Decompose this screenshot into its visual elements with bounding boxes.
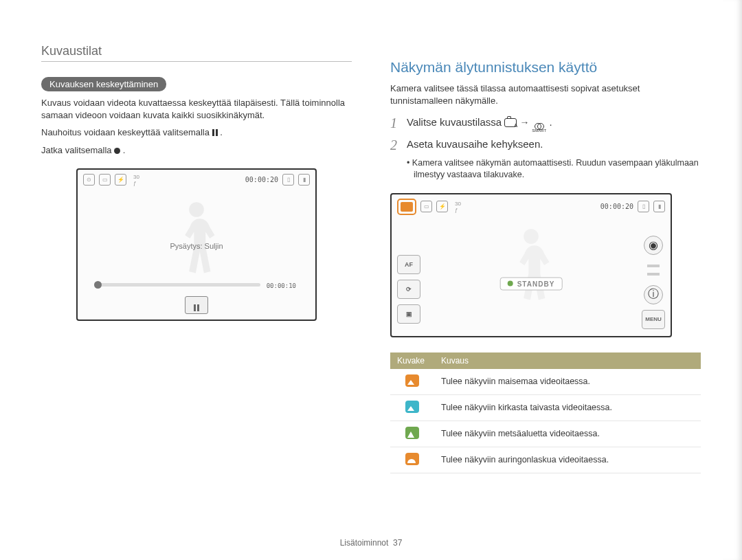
battery-icon: ▮ (653, 201, 665, 212)
screen-top-time: 00:00:20 (600, 203, 633, 210)
camera-mode-icon (504, 118, 517, 127)
elapsed-time: 00:00:10 (267, 282, 296, 289)
right-side-buttons: ◉ ⓘ MENU (642, 236, 665, 329)
left-paragraph-1: Kuvaus voidaan videota kuvattaessa keske… (41, 97, 352, 121)
scene-icon-table: Kuvake Kuvaus Tulee näkyviin maisemaa vi… (390, 352, 701, 473)
steps-list: 1 Valitse kuvaustilassa → SMART . 2 Aset… (390, 116, 701, 181)
menu-button[interactable]: MENU (642, 310, 665, 329)
mode-dial-button[interactable]: ⓘ (644, 285, 663, 304)
row-3-desc: Tulee näkyviin auringonlaskua videoitaes… (434, 447, 701, 473)
row-0-desc: Tulee näkyviin maisemaa videoitaessa. (434, 369, 701, 395)
row-1-desc: Tulee näkyviin kirkasta taivasta videoit… (434, 394, 701, 421)
table-head-desc: Kuvaus (434, 352, 701, 369)
record-dot-icon (114, 148, 120, 154)
fps-icon: 30ƒ (452, 201, 464, 212)
page-content: Kuvaustilat Kuvauksen keskeyttäminen Kuv… (0, 0, 742, 473)
fps-icon: 30ƒ (131, 174, 142, 186)
shutter-button[interactable]: ◉ (644, 236, 663, 255)
left-p3-a: Jatka valitsemalla (41, 145, 114, 155)
table-row: Tulee näkyviin auringonlaskua videoitaes… (390, 447, 701, 473)
left-column: Kuvaustilat Kuvauksen keskeyttäminen Kuv… (41, 44, 352, 473)
section-heading: Näkymän älytunnistuksen käyttö (390, 59, 701, 76)
screen-top-time: 00:00:20 (245, 176, 278, 183)
left-paragraph-3: Jatka valitsemalla . (41, 144, 352, 157)
progress-knob (94, 281, 102, 289)
gallery-button[interactable]: ▣ (397, 304, 420, 324)
step-1: 1 Valitse kuvaustilassa → SMART . (390, 116, 701, 133)
step-2: 2 Aseta kuvausaihe kehykseen. (390, 138, 701, 152)
zoom-slider[interactable] (647, 260, 660, 280)
standby-label: STANDBY (517, 280, 555, 287)
right-column: Näkymän älytunnistuksen käyttö Kamera va… (390, 44, 701, 473)
table-head-icon: Kuvake (390, 352, 434, 369)
table-row: Tulee näkyviin metsäaluetta videoitaessa… (390, 421, 701, 447)
footer-label: Lisätoiminnot (340, 538, 389, 548)
page-edge-shadow (723, 0, 742, 560)
step-2-subnote: Kamera valitsee näkymän automaattisesti.… (414, 157, 701, 181)
pause-icon (212, 127, 218, 134)
pause-shutter-label: Pysäytys: Suljin (170, 242, 223, 250)
sky-scene-icon (405, 401, 419, 413)
left-paragraph-2: Nauhoitus voidaan keskeyttää valitsemall… (41, 126, 352, 139)
footer-page-number: 37 (393, 538, 402, 548)
landscape-scene-icon (405, 374, 419, 387)
left-side-buttons: AF ⟳ ▣ (397, 255, 420, 324)
recording-screen-mock: ⊙ ▭ ⚡ 30ƒ 00:00:20 ▯ ▮ Pysäytys: Suljin … (76, 168, 317, 321)
scene-badge-icon (397, 199, 416, 215)
af-button[interactable]: AF (397, 255, 420, 274)
flash-off-icon: ⚡ (115, 174, 126, 186)
subject-silhouette (169, 197, 224, 280)
flash-off-icon: ⚡ (436, 201, 448, 212)
step-1-a: Valitse kuvaustilassa (407, 116, 504, 128)
screen-top-row: ⊙ ▭ ⚡ 30ƒ 00:00:20 ▯ ▮ (78, 170, 315, 190)
size-icon: ▭ (420, 201, 432, 212)
forest-scene-icon (405, 427, 419, 439)
subsection-pill: Kuvauksen keskeyttäminen (41, 77, 166, 91)
mode-icon: ⊙ (83, 174, 95, 186)
standby-screen-mock: ▭ ⚡ 30ƒ 00:00:20 ▯ ▮ STANDBY AF ⟳ ▣ ◉ (390, 193, 672, 337)
card-icon: ▯ (638, 201, 649, 212)
size-icon: ▭ (99, 174, 111, 186)
left-p2-a: Nauhoitus voidaan keskeyttää valitsemall… (41, 127, 212, 137)
arrow-icon: → (519, 117, 532, 128)
table-row: Tulee näkyviin maisemaa videoitaessa. (390, 369, 701, 395)
screen-top-row: ▭ ⚡ 30ƒ 00:00:20 ▯ ▮ (392, 194, 671, 219)
step-2-number: 2 (390, 138, 400, 152)
battery-icon: ▮ (298, 174, 310, 186)
timer-button[interactable]: ⟳ (397, 280, 420, 299)
left-p2-b: . (220, 127, 223, 137)
step-1-c: . (549, 116, 552, 128)
table-row: Tulee näkyviin kirkasta taivasta videoit… (390, 394, 701, 421)
pause-button[interactable] (185, 296, 208, 314)
step-1-number: 1 (390, 116, 400, 133)
standby-led-icon (508, 281, 513, 287)
progress-bar (95, 283, 260, 287)
row-2-desc: Tulee näkyviin metsäaluetta videoitaessa… (434, 421, 701, 447)
smart-mode-icon: SMART (532, 123, 546, 133)
card-icon: ▯ (282, 174, 294, 186)
pause-icon (194, 302, 199, 309)
step-2-text: Aseta kuvausaihe kehykseen. (407, 138, 543, 152)
breadcrumb: Kuvaustilat (41, 44, 352, 62)
left-p3-b: . (123, 145, 126, 155)
subject-silhouette (504, 224, 559, 306)
right-intro: Kamera valitsee tässä tilassa automaatti… (390, 82, 701, 107)
standby-indicator: STANDBY (500, 277, 563, 290)
sunset-scene-icon (405, 453, 419, 465)
page-footer: Lisätoiminnot 37 (0, 538, 742, 548)
step-1-text: Valitse kuvaustilassa → SMART . (407, 116, 552, 133)
